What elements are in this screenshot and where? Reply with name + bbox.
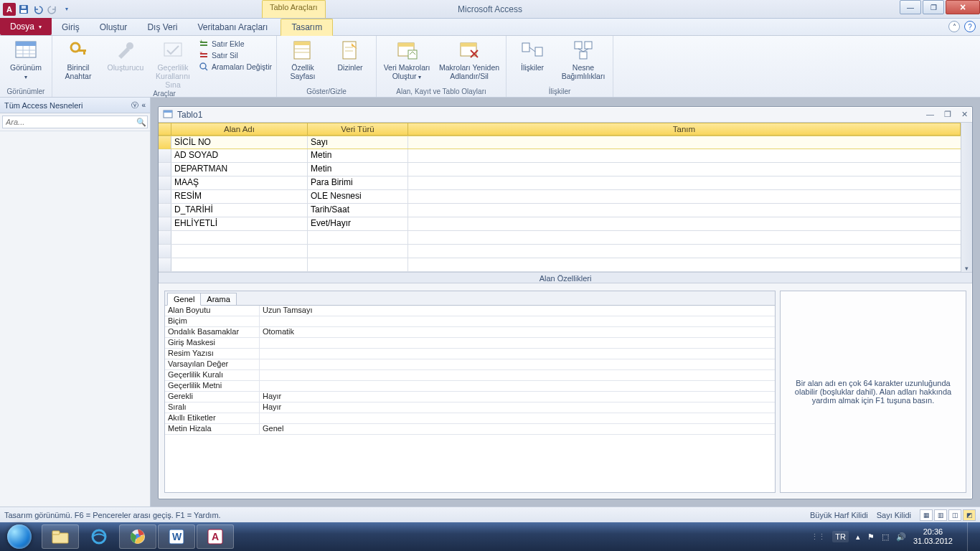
doc-restore-icon[interactable]: ❐ [944,110,951,119]
property-row[interactable]: Biçim [165,316,775,327]
property-row[interactable]: Geçerlilik Metni [165,381,775,392]
nav-search-input[interactable] [3,118,136,126]
taskbar-chrome[interactable] [119,524,156,549]
description-cell[interactable] [408,204,961,217]
pivotchart-view-icon[interactable]: ◫ [948,509,961,521]
data-type-cell[interactable]: OLE Nesnesi [308,190,408,203]
row-selector[interactable] [159,163,171,176]
undo-icon[interactable] [32,3,44,16]
field-row[interactable]: D_TARİHİTarih/Saat [159,204,961,217]
property-value[interactable] [260,338,775,348]
property-value[interactable] [260,370,775,380]
nav-collapse-icon[interactable]: « [141,101,146,109]
property-value[interactable]: Uzun Tamsayı [260,306,775,316]
tab-general[interactable]: Genel [167,293,201,306]
description-cell[interactable] [408,163,961,176]
row-selector[interactable] [159,204,171,217]
data-type-cell[interactable]: Metin [308,149,408,162]
window-titlebar[interactable]: Tablo1 — ❐ ✕ [159,107,972,123]
field-name-cell[interactable] [171,231,308,244]
property-row[interactable]: Ondalık BasamaklarOtomatik [165,327,775,338]
indexes-button[interactable]: Dizinler [329,37,372,72]
file-tab[interactable]: Dosya [0,18,52,35]
scroll-down-icon[interactable]: ▾ [965,265,969,272]
datasheet-view-icon[interactable]: ▦ [920,509,933,521]
doc-minimize-icon[interactable]: — [926,110,934,119]
field-row[interactable]: AD SOYADMetin [159,149,961,163]
description-cell[interactable] [408,136,961,149]
field-row[interactable] [159,245,961,258]
field-name-cell[interactable]: MAAŞ [171,176,308,189]
tab-dbtools[interactable]: Veritabanı Araçları [187,19,278,35]
field-name-cell[interactable]: RESİM [171,190,308,203]
data-type-cell[interactable] [308,245,408,258]
data-type-cell[interactable]: Metin [308,163,408,176]
description-cell[interactable] [408,149,961,162]
field-row[interactable]: MAAŞPara Birimi [159,176,961,190]
delete-rows-button[interactable]: ×Satır Sil [199,50,272,60]
insert-rows-button[interactable]: +Satır Ekle [199,39,272,49]
description-cell[interactable] [408,258,961,271]
property-value[interactable]: Genel [260,424,775,434]
pivottable-view-icon[interactable]: ▥ [934,509,947,521]
app-icon[interactable]: A [3,3,16,16]
nav-pane-header[interactable]: Tüm Access Nesneleri ⓥ « [0,98,150,113]
property-value[interactable]: Otomatik [260,327,775,337]
vertical-scrollbar[interactable]: ▾ [961,123,972,272]
view-button[interactable]: Görünüm▾ [4,37,47,80]
field-row[interactable] [159,231,961,245]
description-cell[interactable] [408,217,961,230]
property-value[interactable] [260,316,775,326]
taskbar-clock[interactable]: 20:36 31.03.2012 [913,527,956,546]
show-desktop-button[interactable] [967,522,976,551]
row-selector[interactable] [159,176,171,189]
close-button[interactable]: × [946,0,980,14]
field-name-cell[interactable] [171,258,308,271]
tab-create[interactable]: Oluştur [90,19,138,35]
ribbon-minimize-icon[interactable]: ˄ [948,21,960,32]
property-row[interactable]: Akıllı Etiketler [165,413,775,424]
data-type-cell[interactable]: Para Birimi [308,176,408,189]
description-cell[interactable] [408,176,961,189]
row-selector[interactable] [159,217,171,230]
description-cell[interactable] [408,231,961,244]
taskbar-access[interactable]: A [197,524,234,549]
taskbar-explorer[interactable] [42,524,79,549]
row-selector[interactable] [159,231,171,244]
start-button[interactable] [0,522,39,551]
property-value[interactable] [260,359,775,369]
property-row[interactable]: Giriş Maskesi [165,338,775,349]
field-name-cell[interactable]: AD SOYAD [171,149,308,162]
save-icon[interactable] [17,3,30,16]
property-row[interactable]: Resim Yazısı [165,349,775,359]
description-cell[interactable] [408,190,961,203]
field-name-cell[interactable]: SİCİL NO [171,136,308,149]
data-type-cell[interactable]: Tarih/Saat [308,204,408,217]
field-design-grid[interactable]: Alan Adı Veri Türü Tanım SİCİL NOSayıAD … [159,123,961,272]
redo-icon[interactable] [46,3,59,16]
field-row[interactable]: RESİMOLE Nesnesi [159,190,961,204]
language-indicator[interactable]: TR [832,531,849,542]
taskbar-word[interactable]: W [158,524,195,549]
taskbar-ie[interactable] [80,524,118,549]
qat-customize-icon[interactable]: ▾ [60,3,73,16]
property-value[interactable] [260,349,775,359]
row-selector[interactable] [159,149,171,162]
property-value[interactable] [260,413,775,423]
property-sheet-button[interactable]: Özellik Sayfası [281,37,324,80]
property-value[interactable]: Hayır [260,392,775,402]
row-selector[interactable] [159,258,171,271]
description-cell[interactable] [408,245,961,258]
property-row[interactable]: Varsayılan Değer [165,359,775,370]
field-row[interactable]: EHLİYETLİEvet/Hayır [159,217,961,231]
modify-lookups-button[interactable]: Aramaları Değiştir [199,62,272,72]
restore-button[interactable]: ❐ [923,0,944,14]
tray-network-icon[interactable]: ⬚ [882,532,889,542]
row-selector[interactable] [159,190,171,203]
tab-design[interactable]: Tasarım [281,19,333,36]
design-view-icon[interactable]: ◩ [963,509,976,521]
doc-close-icon[interactable]: ✕ [961,110,968,119]
search-icon[interactable]: 🔍 [136,118,147,127]
nav-filter-icon[interactable]: ⓥ [131,100,138,110]
field-name-cell[interactable]: DEPARTMAN [171,163,308,176]
